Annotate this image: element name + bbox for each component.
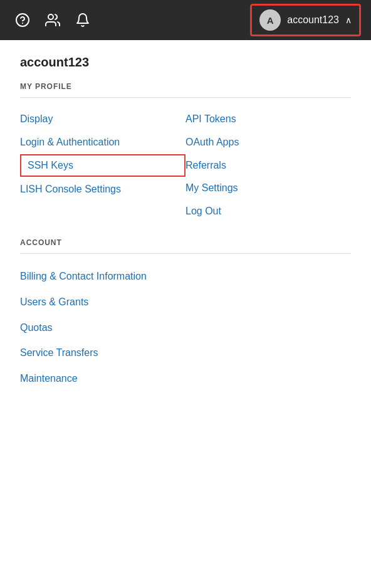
profile-right-col: API Tokens OAuth Apps Referrals My Setti…	[186, 108, 351, 223]
account-section-label: ACCOUNT	[20, 238, 351, 247]
menu-item-oauth-apps[interactable]: OAuth Apps	[186, 131, 351, 154]
menu-item-my-settings[interactable]: My Settings	[186, 177, 351, 200]
menu-item-log-out[interactable]: Log Out	[186, 200, 351, 223]
menu-item-ssh-keys[interactable]: SSH Keys	[20, 154, 186, 177]
navbar: A account123 ∧	[0, 0, 371, 40]
menu-item-referrals[interactable]: Referrals	[186, 154, 351, 177]
menu-item-api-tokens[interactable]: API Tokens	[186, 108, 351, 131]
menu-item-maintenance[interactable]: Maintenance	[20, 366, 351, 392]
menu-item-lish[interactable]: LISH Console Settings	[20, 178, 186, 201]
account-menu-list: Billing & Contact Information Users & Gr…	[20, 264, 351, 392]
profile-divider	[20, 97, 351, 98]
account-button[interactable]: A account123 ∧	[250, 4, 361, 36]
account-username: account123	[287, 14, 339, 26]
menu-item-users-grants[interactable]: Users & Grants	[20, 290, 351, 315]
notifications-icon[interactable]	[70, 8, 95, 33]
menu-item-service-transfers[interactable]: Service Transfers	[20, 340, 351, 366]
avatar: A	[259, 9, 281, 31]
menu-item-billing[interactable]: Billing & Contact Information	[20, 264, 351, 290]
menu-item-quotas[interactable]: Quotas	[20, 315, 351, 341]
menu-item-login-auth[interactable]: Login & Authentication	[20, 131, 186, 154]
chevron-up-icon: ∧	[345, 15, 352, 25]
menu-item-display[interactable]: Display	[20, 108, 186, 131]
profile-menu-grid: Display Login & Authentication SSH Keys …	[20, 108, 351, 223]
users-icon[interactable]	[40, 8, 65, 33]
help-icon[interactable]	[10, 8, 35, 33]
dropdown-username: account123	[20, 55, 351, 70]
account-divider	[20, 253, 351, 254]
my-profile-section-label: MY PROFILE	[20, 82, 351, 91]
account-dropdown: account123 MY PROFILE Display Login & Au…	[0, 40, 371, 412]
profile-left-col: Display Login & Authentication SSH Keys …	[20, 108, 186, 223]
svg-point-2	[48, 14, 53, 19]
account-section: ACCOUNT Billing & Contact Information Us…	[20, 238, 351, 392]
